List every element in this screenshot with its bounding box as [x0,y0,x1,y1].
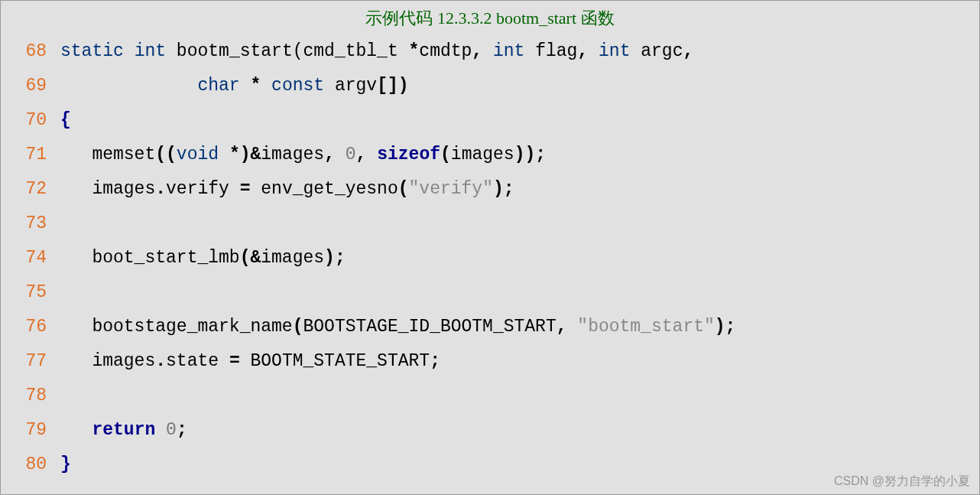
code-line: 78 [1,379,979,413]
line-number: 76 [1,310,60,344]
code-line: 68static int bootm_start(cmd_tbl_t *cmdt… [1,34,979,69]
code-line: 75 [1,275,979,310]
line-number: 69 [1,69,60,103]
line-source: images.verify = env_get_yesno("verify"); [60,172,514,207]
code-line: 80} [1,448,979,482]
line-source: char * const argv[]) [60,69,409,103]
code-line: 76 bootstage_mark_name(BOOTSTAGE_ID_BOOT… [1,310,979,344]
line-source: static int bootm_start(cmd_tbl_t *cmdtp,… [60,34,693,69]
line-number: 70 [1,103,60,138]
code-line: 70{ [1,103,979,138]
code-title: 示例代码 12.3.3.2 bootm_start 函数 [1,1,979,34]
line-number: 79 [1,413,60,448]
watermark: CSDN @努力自学的小夏 [834,474,970,490]
line-number: 80 [1,448,60,482]
code-line: 69 char * const argv[]) [1,69,979,103]
code-line: 72 images.verify = env_get_yesno("verify… [1,172,979,207]
code-block: 68static int bootm_start(cmd_tbl_t *cmdt… [1,34,979,482]
code-line: 79 return 0; [1,413,979,448]
code-line: 73 [1,207,979,241]
line-number: 71 [1,138,60,172]
line-number: 77 [1,344,60,379]
line-number: 74 [1,241,60,275]
code-line: 74 boot_start_lmb(&images); [1,241,979,275]
line-number: 68 [1,34,60,69]
line-number: 73 [1,207,60,241]
line-source: } [60,448,71,482]
code-line: 71 memset((void *)&images, 0, sizeof(ima… [1,138,979,172]
line-source: boot_start_lmb(&images); [60,241,346,275]
line-source: { [60,103,71,138]
line-source: bootstage_mark_name(BOOTSTAGE_ID_BOOTM_S… [60,310,735,344]
line-number: 72 [1,172,60,207]
code-line: 77 images.state = BOOTM_STATE_START; [1,344,979,379]
line-number: 75 [1,275,60,310]
line-source: return 0; [60,413,187,448]
line-number: 78 [1,379,60,413]
line-source: images.state = BOOTM_STATE_START; [60,344,440,379]
line-source: memset((void *)&images, 0, sizeof(images… [60,138,546,172]
